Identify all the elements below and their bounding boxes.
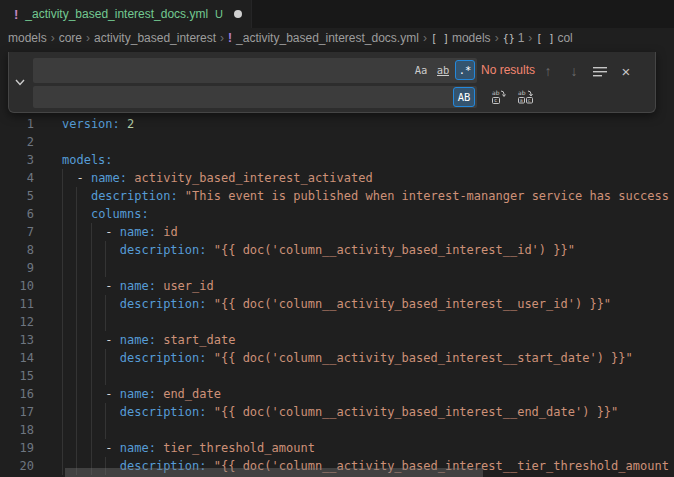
editor[interactable]: 1version: 223models:4 - name: activity_b… [0, 115, 674, 477]
breadcrumb-item-col[interactable]: [ ]col [536, 31, 572, 45]
line-number: 18 [0, 421, 34, 439]
preserve-case-button[interactable]: AB [453, 87, 475, 107]
breadcrumb-separator-icon: › [423, 31, 427, 45]
indent-guide [62, 313, 63, 331]
symbol-array-icon: [ ] [431, 33, 449, 44]
next-match-button[interactable]: ↓ [563, 60, 585, 82]
indent-guide [105, 313, 106, 331]
code-text: - name: user_id [62, 277, 214, 295]
indent-guide [76, 421, 77, 439]
indent-guide [105, 259, 106, 277]
svg-text:ab: ab [518, 89, 526, 96]
code-line: 12 [0, 313, 674, 331]
code-line: 7 - name: id [0, 223, 674, 241]
find-input[interactable]: \s{6}- name: (.*)\n description: "" Aa a… [33, 58, 477, 83]
breadcrumb-label: activity_based_interest [94, 31, 216, 45]
breadcrumb-label: col [557, 31, 572, 45]
code-text: description: "{{ doc('column__activity_b… [62, 295, 611, 313]
find-replace-widget: \s{6}- name: (.*)\n description: "" Aa a… [8, 52, 656, 113]
breadcrumb-separator-icon: › [528, 31, 532, 45]
match-case-button[interactable]: Aa [411, 60, 431, 80]
code-line: 15 [0, 367, 674, 385]
breadcrumb-item-_activity_based_interest_docs.yml[interactable]: !_activity_based_interest_docs.yml [228, 31, 419, 45]
vscode-window: ! _activity_based_interest_docs.yml U mo… [0, 0, 674, 477]
line-number: 9 [0, 259, 34, 277]
svg-text:a: a [520, 97, 523, 103]
code-line: 6 columns: [0, 205, 674, 223]
code-text: version: 2 [62, 115, 134, 133]
indent-guide [62, 259, 63, 277]
code-line: 19 - name: tier_threshold_amount [0, 439, 674, 457]
line-number: 8 [0, 241, 34, 259]
code-text: - name: activity_based_interest_activate… [62, 169, 373, 187]
line-number: 10 [0, 277, 34, 295]
tab-active-file[interactable]: ! _activity_based_interest_docs.yml U [0, 0, 252, 28]
indent-guide [76, 313, 77, 331]
code-line: 11 description: "{{ doc('column__activit… [0, 295, 674, 313]
replace-all-button[interactable]: ab a c [514, 87, 536, 107]
code-text: columns: [62, 205, 149, 223]
horizontal-scrollbar[interactable] [65, 468, 483, 477]
breadcrumb-item-core[interactable]: core [59, 31, 82, 45]
line-number: 19 [0, 439, 34, 457]
indent-guide [62, 367, 63, 385]
toggle-replace-button[interactable] [10, 52, 30, 112]
line-number: 6 [0, 205, 34, 223]
symbol-array-icon: [ ] [536, 33, 554, 44]
replace-button[interactable]: ab c [487, 87, 509, 107]
line-number: 20 [0, 457, 34, 475]
unsaved-changes-dot-icon[interactable] [234, 10, 242, 18]
breadcrumb-separator-icon: › [220, 31, 224, 45]
line-number: 4 [0, 169, 34, 187]
replace-input[interactable]: - name: $1\n description: "{{ doc('colum… [33, 86, 477, 108]
code-line: 14 description: "{{ doc('column__activit… [0, 349, 674, 367]
line-number: 14 [0, 349, 34, 367]
line-number: 11 [0, 295, 34, 313]
code-line: 13 - name: start_date [0, 331, 674, 349]
indent-guide [91, 421, 92, 439]
code-text: description: "{{ doc('column__activity_b… [62, 241, 575, 259]
code-text: - name: tier_threshold_amount [62, 439, 315, 457]
code-text: description: "{{ doc('column__activity_b… [62, 403, 618, 421]
code-text: - name: id [62, 223, 178, 241]
find-in-selection-button[interactable] [589, 60, 611, 82]
code-line: 5 description: "This event is published … [0, 187, 674, 205]
previous-match-button[interactable]: ↑ [537, 60, 559, 82]
svg-text:ab: ab [492, 89, 500, 96]
indent-guide [91, 313, 92, 331]
replace-icon: ab c [490, 89, 506, 105]
line-number: 15 [0, 367, 34, 385]
replace-all-icon: ab a c [516, 89, 534, 105]
whole-word-button[interactable]: ab [433, 60, 453, 80]
tab-filename: _activity_based_interest_docs.yml [25, 7, 208, 21]
breadcrumb-label: _activity_based_interest_docs.yml [236, 31, 419, 45]
regex-button[interactable]: .* [455, 60, 475, 80]
line-number: 3 [0, 151, 34, 169]
breadcrumb-label: core [59, 31, 82, 45]
code-text: - name: start_date [62, 331, 235, 349]
line-number: 2 [0, 133, 34, 151]
close-find-button[interactable]: × [615, 60, 637, 82]
breadcrumb-item-models[interactable]: [ ]models [431, 31, 491, 45]
find-results-status: No results [481, 58, 535, 83]
yaml-file-icon: ! [14, 7, 18, 22]
breadcrumb-label: models [452, 31, 491, 45]
chevron-down-icon [15, 79, 25, 86]
breadcrumb-separator-icon: › [495, 31, 499, 45]
code-line: 4 - name: activity_based_interest_activa… [0, 169, 674, 187]
breadcrumb-separator-icon: › [86, 31, 90, 45]
svg-text:c: c [528, 97, 531, 103]
code-line: 3models: [0, 151, 674, 169]
yaml-file-icon: ! [228, 31, 232, 45]
breadcrumb-item-activity_based_interest[interactable]: activity_based_interest [94, 31, 216, 45]
code-line: 9 [0, 259, 674, 277]
symbol-object-icon: {} [503, 33, 515, 44]
breadcrumb-item-1[interactable]: {}1 [503, 31, 525, 45]
indent-guide [105, 421, 106, 439]
code-line: 18 [0, 421, 674, 439]
breadcrumb-item-models[interactable]: models [8, 31, 47, 45]
line-number: 16 [0, 385, 34, 403]
code-line: 16 - name: end_date [0, 385, 674, 403]
code-text: description: "{{ doc('column__activity_b… [62, 349, 633, 367]
selection-lines-icon [593, 66, 607, 77]
